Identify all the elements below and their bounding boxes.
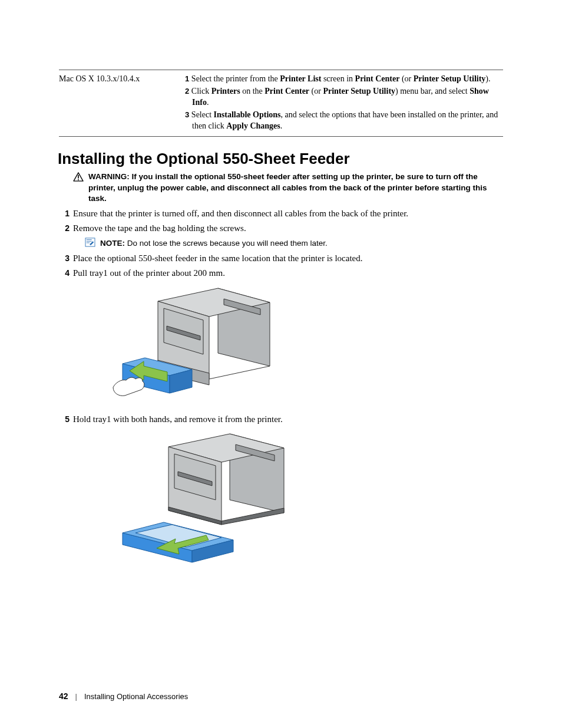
note-callout: NOTE: Do not lose the screws because you… [85,238,503,249]
list-item: Ensure that the printer is turned off, a… [59,207,503,219]
figure-printer-pull-tray [112,284,503,407]
page-footer: 42 | Installing Optional Accessories [59,691,188,701]
warning-callout: WARNING: If you install the optional 550… [73,172,503,204]
list-item: Pull tray1 out of the printer about 200 … [59,267,503,279]
warning-text: WARNING: If you install the optional 550… [88,172,503,204]
instruction-list: Hold tray1 with both hands, and remove i… [59,413,503,425]
footer-section-title: Installing Optional Accessories [84,692,188,701]
step-number: 2 [185,87,191,95]
document-page: Mac OS X 10.3.x/10.4.x 1 Select the prin… [0,0,562,728]
note-lead: NOTE: [100,239,125,248]
os-cell: Mac OS X 10.3.x/10.4.x [59,70,185,137]
list-item: Remove the tape and the bag holding the … [59,222,503,234]
list-item: Place the optional 550-sheet feeder in t… [59,252,503,264]
instruction-list: Ensure that the printer is turned off, a… [59,207,503,235]
table-row: Mac OS X 10.3.x/10.4.x 1 Select the prin… [59,70,503,137]
page-number: 42 [59,691,68,701]
steps-cell: 1 Select the printer from the Printer Li… [185,70,503,137]
figure-printer-remove-tray [118,430,503,569]
table-step-line: 1 Select the printer from the Printer Li… [185,74,501,85]
footer-divider: | [75,692,77,701]
svg-point-1 [78,179,79,180]
list-item: Hold tray1 with both hands, and remove i… [59,413,503,425]
table-step-line: 2 Click Printers on the Print Center (or… [185,86,501,108]
table-step-line: 3 Select Installable Options, and select… [185,110,501,132]
note-pencil-icon [85,238,95,247]
section-heading: Installing the Optional 550-Sheet Feeder [58,150,503,168]
instruction-list: Place the optional 550-sheet feeder in t… [59,252,503,279]
step-number: 1 [185,74,191,83]
warning-triangle-icon [73,172,84,182]
note-text: NOTE: Do not lose the screws because you… [100,238,328,249]
step-number: 3 [185,110,191,119]
warning-lead: WARNING: [88,172,130,181]
os-steps-table: Mac OS X 10.3.x/10.4.x 1 Select the prin… [59,70,503,137]
warning-body: If you install the optional 550-sheet fe… [88,172,487,202]
note-body: Do not lose the screws because you will … [125,239,328,248]
